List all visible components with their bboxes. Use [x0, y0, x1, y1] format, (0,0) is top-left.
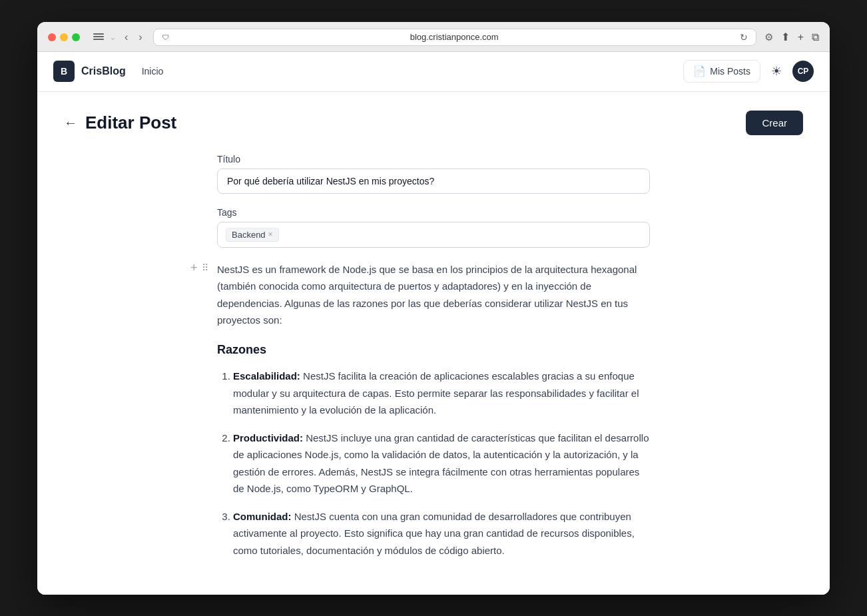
- browser-actions: ⚙ ⬆ + ⧉: [764, 31, 819, 43]
- traffic-light-red[interactable]: [48, 33, 56, 41]
- logo-area: B CrisBlog: [53, 61, 126, 82]
- titulo-label: Título: [217, 154, 650, 164]
- refresh-btn[interactable]: ↻: [740, 32, 748, 43]
- browser-controls: ⌄ ‹ ›: [93, 30, 145, 45]
- titulo-group: Título: [217, 154, 650, 194]
- settings-icon[interactable]: ⚙: [764, 31, 773, 43]
- tags-field[interactable]: Backend ×: [217, 222, 650, 248]
- editor-area: + ⠿ NestJS es un framework de Node.js qu…: [217, 261, 650, 559]
- main-content: ← Editar Post Crear Título Tags Backend …: [37, 92, 830, 595]
- sidebar-toggle-btn[interactable]: [93, 33, 104, 41]
- editor-content[interactable]: NestJS es un framework de Node.js que se…: [217, 261, 650, 559]
- brand-name: CrisBlog: [81, 65, 126, 77]
- nav-inicio[interactable]: Inicio: [142, 66, 164, 77]
- editor-heading: Razones: [217, 340, 650, 360]
- page-title-area: ← Editar Post: [64, 113, 176, 133]
- header-right: 📄 Mis Posts ☀ CP: [683, 60, 814, 83]
- list-item-text-3: NestJS cuenta con una gran comunidad de …: [233, 511, 635, 556]
- list-item-title-3: Comunidad:: [233, 511, 292, 522]
- back-button[interactable]: ←: [64, 115, 77, 131]
- share-icon[interactable]: ⬆: [781, 31, 790, 43]
- page-title: Editar Post: [85, 113, 176, 133]
- traffic-lights: [48, 33, 80, 41]
- page-header: ← Editar Post Crear: [64, 111, 803, 135]
- list-item-title-1: Escalabilidad:: [233, 370, 300, 382]
- document-icon: 📄: [693, 65, 706, 77]
- add-block-btn[interactable]: +: [190, 261, 198, 275]
- drag-handle-icon[interactable]: ⠿: [202, 262, 208, 273]
- shield-icon: 🛡: [162, 33, 169, 41]
- editor-list: Escalabilidad: NestJS facilita la creaci…: [217, 368, 650, 559]
- url-text: blog.cristianponce.com: [173, 32, 736, 42]
- tags-label: Tags: [217, 207, 650, 218]
- editor-toolbar: + ⠿: [190, 261, 208, 275]
- editor-paragraph: NestJS es un framework de Node.js que se…: [217, 261, 650, 329]
- list-item: Productividad: NestJS incluye una gran c…: [233, 430, 650, 497]
- tag-label: Backend: [232, 230, 266, 240]
- titulo-input[interactable]: [217, 168, 650, 194]
- form-section: Título Tags Backend × + ⠿: [217, 154, 650, 559]
- forward-nav-btn[interactable]: ›: [136, 30, 144, 45]
- logo-icon: B: [53, 61, 75, 82]
- new-tab-icon[interactable]: +: [798, 31, 804, 43]
- mis-posts-btn[interactable]: 📄 Mis Posts: [683, 60, 760, 83]
- tag-remove-icon[interactable]: ×: [268, 230, 273, 239]
- list-item: Escalabilidad: NestJS facilita la creaci…: [233, 368, 650, 419]
- tags-group: Tags Backend ×: [217, 207, 650, 248]
- chevron-down-icon: ⌄: [109, 32, 117, 42]
- back-nav-btn[interactable]: ‹: [122, 30, 131, 45]
- list-item: Comunidad: NestJS cuenta con una gran co…: [233, 508, 650, 559]
- tag-chip-backend: Backend ×: [226, 228, 279, 242]
- app-header: B CrisBlog Inicio 📄 Mis Posts ☀ CP: [37, 52, 830, 92]
- crear-btn[interactable]: Crear: [746, 111, 803, 135]
- list-item-title-2: Productividad:: [233, 432, 303, 444]
- copy-icon[interactable]: ⧉: [812, 31, 819, 43]
- traffic-light-green[interactable]: [72, 33, 80, 41]
- theme-toggle-btn[interactable]: ☀: [768, 61, 784, 81]
- avatar-btn[interactable]: CP: [792, 61, 814, 82]
- traffic-light-yellow[interactable]: [60, 33, 68, 41]
- browser-chrome: ⌄ ‹ › 🛡 blog.cristianponce.com ↻ ⚙ ⬆ + ⧉: [37, 22, 830, 52]
- browser-window: ⌄ ‹ › 🛡 blog.cristianponce.com ↻ ⚙ ⬆ + ⧉…: [37, 22, 830, 595]
- url-bar[interactable]: 🛡 blog.cristianponce.com ↻: [153, 29, 756, 46]
